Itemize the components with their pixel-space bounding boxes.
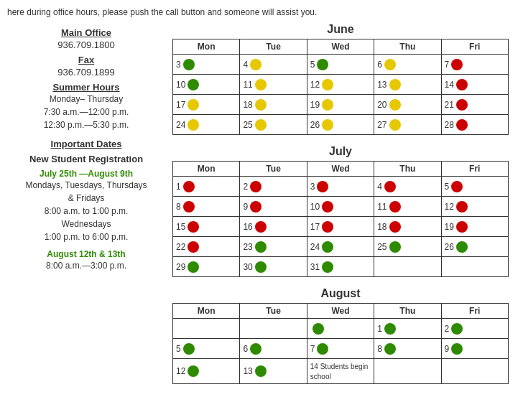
august-header-thu: Thu	[374, 304, 441, 319]
hours-line3: 12:30 p.m.—5:30 p.m.	[44, 120, 129, 130]
table-row: 11	[374, 197, 441, 217]
table-row: 25	[240, 115, 307, 135]
table-row: 17	[173, 95, 240, 115]
table-row: 20	[374, 95, 441, 115]
table-row	[240, 319, 307, 339]
june-header-wed: Wed	[307, 39, 374, 55]
july-header-fri: Fri	[441, 162, 508, 177]
table-row	[173, 319, 240, 339]
table-row: 14 Students begin school	[307, 359, 374, 384]
table-row: 29	[173, 257, 240, 277]
intro-text: here during office hours, please push th…	[0, 7, 523, 17]
table-row: 15	[173, 217, 240, 237]
hours-line1: Monday– Thursday	[50, 94, 124, 104]
fax-label: Fax	[14, 55, 158, 65]
table-row: 19	[441, 217, 508, 237]
july-header-wed: Wed	[307, 162, 374, 177]
table-row: 6	[240, 339, 307, 359]
table-row: 13	[374, 75, 441, 95]
table-row: 23	[240, 237, 307, 257]
august-header-mon: Mon	[173, 304, 240, 319]
table-row: 27	[374, 115, 441, 135]
table-row: 11	[240, 75, 307, 95]
table-row	[441, 257, 508, 277]
table-row: 8	[173, 197, 240, 217]
august-table: Mon Tue Wed Thu Fri 1256789121314 Studen…	[172, 303, 509, 384]
table-row: 7	[307, 339, 374, 359]
july-header-mon: Mon	[173, 162, 240, 177]
july-header-tue: Tue	[240, 162, 307, 177]
hours-line2: 7:30 a.m.—12:00 p.m.	[44, 107, 129, 117]
table-row: 8	[374, 339, 441, 359]
table-row: 28	[441, 115, 508, 135]
table-row: 5	[173, 339, 240, 359]
june-table: Mon Tue Wed Thu Fri 34567101112131417181…	[172, 39, 509, 135]
table-row: 16	[240, 217, 307, 237]
table-row: 7	[441, 55, 508, 75]
table-row: 30	[240, 257, 307, 277]
table-row	[441, 359, 508, 384]
table-row: 12	[173, 359, 240, 384]
june-title: June	[172, 23, 509, 36]
table-row: 17	[307, 217, 374, 237]
table-row: 24	[173, 115, 240, 135]
table-row: 13	[240, 359, 307, 384]
table-row: 4	[240, 55, 307, 75]
date1-details: Mondays, Tuesdays, Thursdays & Fridays 8…	[14, 179, 158, 243]
table-row: 6	[374, 55, 441, 75]
right-panel: June Mon Tue Wed Thu Fri 345671011121314…	[165, 23, 516, 394]
august-title: August	[172, 287, 509, 300]
table-row: 18	[374, 217, 441, 237]
july-header-thu: Thu	[374, 162, 441, 177]
june-header-mon: Mon	[173, 39, 240, 55]
july-title: July	[172, 145, 509, 158]
table-row: 1	[173, 177, 240, 197]
date1-range: July 25th —August 9th	[14, 169, 158, 179]
date2-range: August 12th & 13th	[14, 249, 158, 259]
table-row: 4	[374, 177, 441, 197]
august-calendar: August Mon Tue Wed Thu Fri 1256789121314…	[172, 287, 509, 384]
august-header-tue: Tue	[240, 304, 307, 319]
table-row: 5	[307, 55, 374, 75]
important-dates-section: Important Dates New Student Registration…	[14, 139, 158, 272]
table-row	[374, 257, 441, 277]
table-row	[307, 319, 374, 339]
date2-details: 8:00 a.m.—3:00 p.m.	[14, 259, 158, 272]
june-header-tue: Tue	[240, 39, 307, 55]
june-header-thu: Thu	[374, 39, 441, 55]
table-row: 21	[441, 95, 508, 115]
new-student-reg-label: New Student Registration	[14, 154, 158, 164]
table-row: 19	[307, 95, 374, 115]
table-row: 10	[307, 197, 374, 217]
table-row: 12	[307, 75, 374, 95]
table-row: 5	[441, 177, 508, 197]
table-row: 24	[307, 237, 374, 257]
table-row: 26	[307, 115, 374, 135]
table-row: 26	[441, 237, 508, 257]
table-row: 22	[173, 237, 240, 257]
table-row: 3	[173, 55, 240, 75]
table-row: 14	[441, 75, 508, 95]
table-row	[374, 359, 441, 384]
august-header-fri: Fri	[441, 304, 508, 319]
table-row: 9	[240, 197, 307, 217]
july-table: Mon Tue Wed Thu Fri 12345891011121516171…	[172, 161, 509, 277]
left-panel: Main Office 936.709.1800 Fax 936.709.189…	[7, 23, 165, 394]
june-header-fri: Fri	[441, 39, 508, 55]
table-row: 2	[441, 319, 508, 339]
phone1: 936.709.1800	[14, 39, 158, 50]
july-calendar: July Mon Tue Wed Thu Fri 123458910111215…	[172, 145, 509, 277]
table-row: 2	[240, 177, 307, 197]
table-row: 31	[307, 257, 374, 277]
phone2: 936.709.1899	[14, 67, 158, 78]
summer-hours-label: Summer Hours	[14, 82, 158, 93]
important-dates-label: Important Dates	[14, 139, 158, 149]
table-row: 10	[173, 75, 240, 95]
table-row: 3	[307, 177, 374, 197]
table-row: 12	[441, 197, 508, 217]
table-row: 25	[374, 237, 441, 257]
table-row: 9	[441, 339, 508, 359]
june-calendar: June Mon Tue Wed Thu Fri 345671011121314…	[172, 23, 509, 135]
table-row: 18	[240, 95, 307, 115]
august-header-wed: Wed	[307, 304, 374, 319]
